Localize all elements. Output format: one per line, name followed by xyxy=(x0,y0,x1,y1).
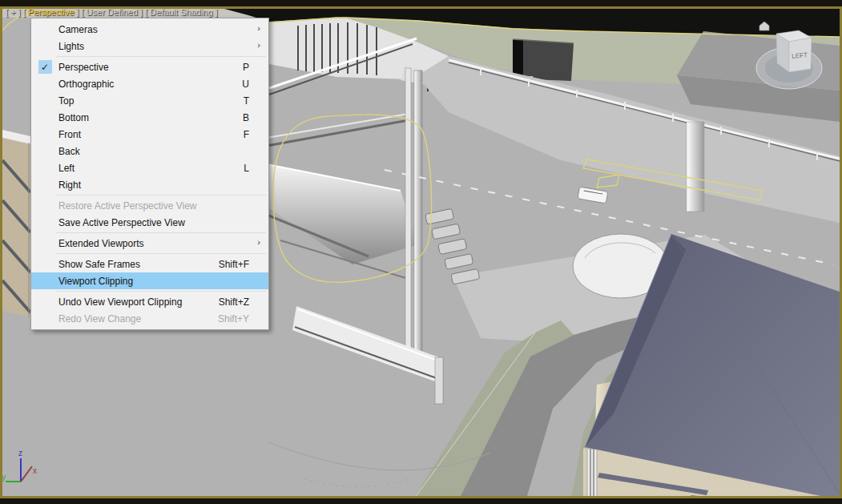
axis-z-label: z xyxy=(18,449,22,458)
menu-item-undo-view-viewport-clipping[interactable]: Undo View Viewport ClippingShift+Z xyxy=(31,293,268,310)
menu-item-orthographic[interactable]: OrthographicU xyxy=(31,75,268,92)
menu-item-restore-active-perspective-view[interactable]: Restore Active Perspective View xyxy=(31,197,268,214)
axis-x-label: x xyxy=(33,466,37,475)
menu-item-back[interactable]: Back xyxy=(31,143,268,159)
menu-item-label: Lights xyxy=(58,41,84,52)
menu-separator xyxy=(56,195,266,196)
menu-item-shortcut: T xyxy=(244,95,268,107)
left-building xyxy=(2,130,30,317)
checkmark-icon: ✓ xyxy=(38,60,52,74)
menu-item-bottom[interactable]: BottomB xyxy=(31,109,268,126)
menu-item-label: Viewport Clipping xyxy=(58,276,133,287)
menu-item-redo-view-change[interactable]: Redo View ChangeShift+Y xyxy=(31,310,268,327)
menu-item-shortcut: P xyxy=(243,62,268,73)
menu-item-label: Bottom xyxy=(58,112,89,123)
menu-item-cameras[interactable]: Cameras› xyxy=(31,21,268,38)
menu-item-shortcut: F xyxy=(244,129,268,140)
pillar-bright xyxy=(687,122,704,212)
max-viewport-frame: LEFT y z x [ + ] [ Perspective ] [ User … xyxy=(0,0,842,504)
menu-item-label: Left xyxy=(58,163,75,174)
menu-separator xyxy=(56,232,266,233)
menu-item-top[interactable]: TopT xyxy=(31,92,268,109)
menu-item-label: Right xyxy=(58,179,81,191)
menu-item-shortcut: B xyxy=(243,112,268,123)
menu-item-front[interactable]: FrontF xyxy=(31,126,268,143)
menu-item-shortcut: Shift+Z xyxy=(219,296,268,308)
menu-item-label: Extended Viewports xyxy=(58,238,144,249)
menu-item-shortcut: Shift+Y xyxy=(218,313,268,325)
submenu-arrow-icon: › xyxy=(257,23,260,33)
menu-item-viewport-clipping[interactable]: Viewport Clipping xyxy=(31,272,268,289)
menu-item-label: Front xyxy=(58,129,81,140)
viewport-label-pov[interactable]: Perspective xyxy=(28,7,74,17)
menu-item-left[interactable]: LeftL xyxy=(31,159,268,176)
menu-item-extended-viewports[interactable]: Extended Viewports› xyxy=(31,235,268,252)
menu-item-lights[interactable]: Lights› xyxy=(31,38,268,54)
menu-item-save-active-perspective-view[interactable]: Save Active Perspective View xyxy=(31,214,268,231)
menu-item-label: Redo View Change xyxy=(58,313,141,325)
submenu-arrow-icon: › xyxy=(257,40,260,50)
menu-separator xyxy=(56,253,266,254)
menu-item-label: Back xyxy=(58,146,80,157)
pillar xyxy=(414,71,422,353)
menu-item-label: Undo View Viewport Clipping xyxy=(58,296,182,308)
viewcube-face-label[interactable]: LEFT xyxy=(792,51,808,60)
wall-scaffold xyxy=(587,449,597,504)
viewport-label-shading[interactable]: ] [ User Defined ] [ Default Shading ] xyxy=(74,7,217,17)
menu-separator xyxy=(56,56,266,57)
pillar xyxy=(405,68,411,349)
menu-item-shortcut: U xyxy=(242,79,268,90)
menu-item-perspective[interactable]: ✓PerspectiveP xyxy=(31,58,268,75)
menu-item-label: Save Active Perspective View xyxy=(58,217,185,228)
viewport-label[interactable]: [ + ] [ Perspective ] [ User Defined ] [… xyxy=(6,7,217,17)
menu-item-right[interactable]: Right xyxy=(31,176,268,193)
check-icon: ✓ xyxy=(31,60,58,74)
menu-item-show-safe-frames[interactable]: Show Safe FramesShift+F xyxy=(31,256,268,272)
menu-separator xyxy=(56,291,266,292)
menu-item-label: Orthographic xyxy=(58,79,114,90)
menu-item-shortcut: Shift+F xyxy=(219,259,268,270)
viewport-menu: Cameras›Lights›✓PerspectivePOrthographic… xyxy=(30,18,269,330)
menu-item-shortcut: L xyxy=(244,163,268,174)
menu-item-label: Cameras xyxy=(58,24,98,35)
menu-item-label: Perspective xyxy=(58,62,109,73)
submenu-arrow-icon: › xyxy=(257,237,260,247)
menu-item-label: Restore Active Perspective View xyxy=(58,200,197,212)
menu-item-label: Show Safe Frames xyxy=(58,259,140,270)
viewport-label-general[interactable]: [ + ] [ xyxy=(6,7,28,17)
menu-item-label: Top xyxy=(58,95,74,107)
